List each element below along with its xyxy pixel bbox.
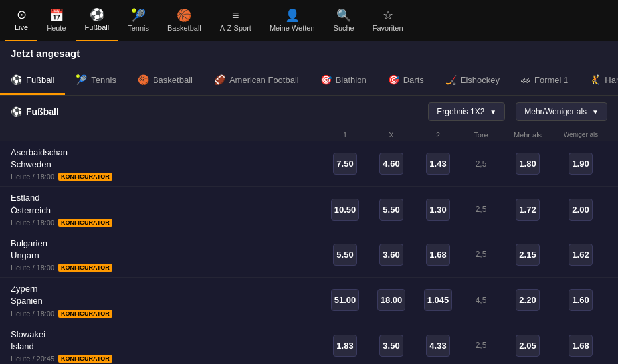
weniger-col-4: 1.68: [554, 335, 607, 357]
nav-item-meine-wetten[interactable]: 👤 Meine Wetten: [260, 0, 324, 41]
ergebnis-label: Ergebnis 1X2: [437, 107, 484, 116]
col-2: 2: [415, 131, 461, 139]
odds2-btn-4[interactable]: 4.33: [426, 335, 449, 357]
tab-formel1[interactable]: 🏎 Formel 1: [510, 66, 579, 95]
weniger-col-2: 1.62: [554, 244, 607, 266]
match-rows-container: AserbaidschanSchweden Heute / 18:00 KONF…: [0, 141, 618, 364]
match-teams-4: SlowakeiIsland: [11, 329, 322, 353]
tab-tennis[interactable]: 🎾 Tennis: [65, 66, 127, 95]
oddsx-btn-0[interactable]: 4.60: [379, 153, 403, 175]
mehr-col-2: 2.15: [501, 244, 554, 266]
league-name: Fußball: [26, 106, 59, 117]
tab-biathlon[interactable]: 🎯 Biathlon: [310, 66, 377, 95]
nav-item-suche[interactable]: 🔍 Suche: [324, 0, 363, 41]
oddsx-btn-4[interactable]: 3.50: [379, 335, 403, 357]
tennis-icon: 🎾: [131, 9, 146, 21]
weniger-btn-1[interactable]: 2.00: [569, 199, 592, 221]
section-title: Jetzt angesagt: [11, 48, 80, 59]
match-info-4: SlowakeiIsland Heute / 20:45 KONFIGURATO…: [11, 329, 322, 363]
tab-basketball-label: Basketball: [153, 75, 193, 85]
mehr-col-1: 1.72: [501, 199, 554, 221]
soccer-icon: ⚽: [90, 9, 104, 21]
nav-label-az: A-Z Sport: [220, 24, 251, 32]
col-match: [11, 131, 322, 139]
weniger-btn-3[interactable]: 1.60: [569, 289, 592, 311]
odds2-col-2: 1.68: [415, 244, 461, 266]
konfigurator-badge-0[interactable]: KONFIGURATOR: [58, 173, 112, 181]
odds1-col-4: 1.83: [322, 335, 368, 357]
mehr-btn-2[interactable]: 2.15: [516, 244, 539, 266]
odds1-btn-3[interactable]: 51.00: [331, 289, 360, 311]
mehr-col-0: 1.80: [501, 153, 554, 175]
star-icon: ☆: [383, 9, 393, 21]
league-header: ⚽ Fußball Ergebnis 1X2 ▼ Mehr/Weniger al…: [0, 96, 618, 128]
match-time-text-2: Heute / 18:00: [11, 264, 54, 272]
nav-label-basketball: Basketball: [167, 24, 201, 32]
user-icon: 👤: [285, 9, 300, 21]
odds2-btn-2[interactable]: 1.68: [426, 244, 449, 266]
tab-handball-label: Handb...: [605, 75, 618, 85]
tab-eishockey[interactable]: 🏒 Eishockey: [435, 66, 510, 95]
oddsx-btn-3[interactable]: 18.00: [377, 289, 406, 311]
tab-basketball[interactable]: 🏀 Basketball: [127, 66, 203, 95]
match-info-3: ZypernSpanien Heute / 18:00 KONFIGURATOR: [11, 283, 322, 317]
oddsx-col-0: 4.60: [368, 153, 415, 175]
match-info-2: BulgarienUngarn Heute / 18:00 KONFIGURAT…: [11, 238, 322, 272]
col-1: 1: [322, 131, 368, 139]
nav-item-tennis[interactable]: 🎾 Tennis: [118, 0, 158, 41]
mehr-weniger-dropdown[interactable]: Mehr/Weniger als ▼: [516, 102, 607, 121]
tab-fussball-icon: ⚽: [11, 74, 22, 85]
weniger-btn-0[interactable]: 1.90: [569, 153, 592, 175]
odds2-btn-3[interactable]: 1.045: [424, 289, 453, 311]
tab-fussball[interactable]: ⚽ Fußball: [0, 66, 65, 95]
konfigurator-badge-1[interactable]: KONFIGURATOR: [58, 219, 112, 227]
mehr-btn-0[interactable]: 1.80: [516, 153, 539, 175]
odds1-btn-4[interactable]: 1.83: [333, 335, 356, 357]
nav-item-az[interactable]: ≡ A-Z Sport: [211, 0, 260, 41]
tab-american-football[interactable]: 🏈 American Football: [203, 66, 310, 95]
mehr-weniger-label: Mehr/Weniger als: [524, 107, 587, 116]
odds1-col-3: 51.00: [322, 289, 368, 311]
odds1-btn-2[interactable]: 5.50: [333, 244, 356, 266]
odds1-btn-1[interactable]: 10.50: [331, 199, 360, 221]
mehr-btn-1[interactable]: 1.72: [516, 199, 539, 221]
tab-tennis-label: Tennis: [91, 75, 116, 85]
match-teams-2: BulgarienUngarn: [11, 238, 322, 262]
tab-american-football-icon: 🏈: [214, 74, 225, 85]
match-teams-3: ZypernSpanien: [11, 283, 322, 307]
live-icon: ⊙: [17, 9, 27, 21]
oddsx-btn-2[interactable]: 3.60: [379, 244, 403, 266]
mehr-col-3: 2.20: [501, 289, 554, 311]
mehr-btn-4[interactable]: 2.05: [516, 335, 539, 357]
konfigurator-badge-2[interactable]: KONFIGURATOR: [58, 264, 112, 272]
ergebnis-dropdown[interactable]: Ergebnis 1X2 ▼: [428, 102, 505, 121]
league-title: ⚽ Fußball: [11, 106, 423, 117]
match-time-text-0: Heute / 18:00: [11, 173, 54, 181]
weniger-btn-4[interactable]: 1.68: [569, 335, 592, 357]
odds1-btn-0[interactable]: 7.50: [333, 153, 356, 175]
nav-item-favoriten[interactable]: ☆ Favoriten: [363, 0, 413, 41]
weniger-btn-2[interactable]: 1.62: [569, 244, 592, 266]
tab-darts-icon: 🎯: [388, 74, 399, 85]
nav-item-live[interactable]: ⊙ Live: [5, 0, 37, 41]
match-row: AserbaidschanSchweden Heute / 18:00 KONF…: [0, 141, 618, 187]
nav-item-basketball[interactable]: 🏀 Basketball: [158, 0, 211, 41]
odds2-btn-1[interactable]: 1.30: [426, 199, 449, 221]
col-tore: Tore: [461, 131, 501, 139]
mehr-btn-3[interactable]: 2.20: [516, 289, 539, 311]
konfigurator-badge-3[interactable]: KONFIGURATOR: [58, 310, 112, 318]
konfigurator-badge-4[interactable]: KONFIGURATOR: [58, 355, 112, 363]
nav-label-tennis: Tennis: [128, 24, 149, 32]
oddsx-col-1: 5.50: [368, 199, 415, 221]
tab-darts[interactable]: 🎯 Darts: [377, 66, 435, 95]
tab-handball[interactable]: 🤾 Handb...: [579, 66, 618, 95]
odds2-btn-0[interactable]: 1.43: [426, 153, 449, 175]
nav-item-heute[interactable]: 📅 Heute: [37, 0, 75, 41]
match-row: SlowakeiIsland Heute / 20:45 KONFIGURATO…: [0, 323, 618, 365]
oddsx-btn-1[interactable]: 5.50: [379, 199, 403, 221]
odds1-col-2: 5.50: [322, 244, 368, 266]
nav-item-fussball[interactable]: ⚽ Fußball: [76, 0, 119, 41]
nav-label-live: Live: [15, 23, 28, 31]
tab-biathlon-label: Biathlon: [336, 75, 367, 85]
mehr-col-4: 2.05: [501, 335, 554, 357]
